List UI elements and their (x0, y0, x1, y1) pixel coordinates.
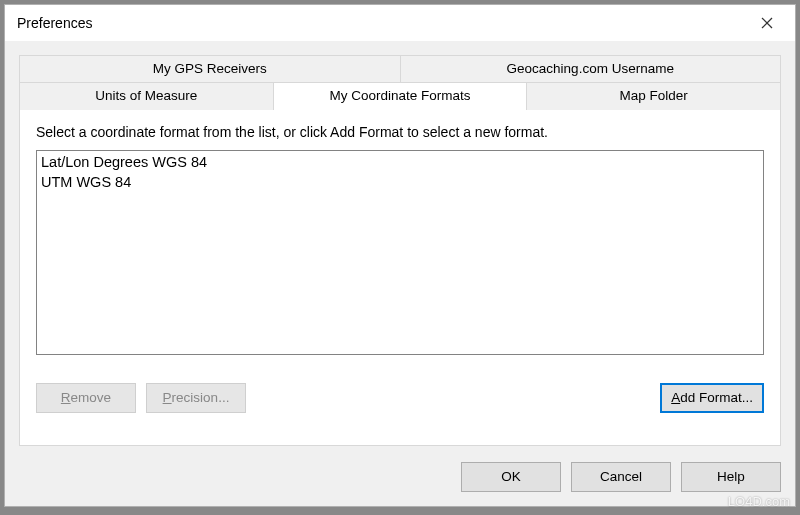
ok-button[interactable]: OK (461, 462, 561, 492)
panel-button-row: Remove Precision... Add Format... (36, 383, 764, 413)
tab-geocaching-username[interactable]: Geocaching.com Username (401, 55, 782, 83)
close-button[interactable] (747, 8, 787, 38)
tab-coordinate-formats[interactable]: My Coordinate Formats (274, 83, 528, 111)
preferences-window: Preferences My GPS Receivers Geocaching.… (4, 4, 796, 507)
coordinate-formats-panel: Select a coordinate format from the list… (19, 110, 781, 446)
watermark: LO4D.com (728, 494, 790, 509)
add-format-button[interactable]: Add Format... (660, 383, 764, 413)
titlebar: Preferences (5, 5, 795, 41)
tab-units-of-measure[interactable]: Units of Measure (19, 83, 274, 111)
list-item[interactable]: Lat/Lon Degrees WGS 84 (41, 152, 759, 172)
precision-button: Precision... (146, 383, 246, 413)
dialog-button-row: OK Cancel Help (461, 462, 781, 492)
tab-strip: My GPS Receivers Geocaching.com Username… (19, 55, 781, 111)
close-icon (761, 17, 773, 29)
list-item[interactable]: UTM WGS 84 (41, 172, 759, 192)
client-area: My GPS Receivers Geocaching.com Username… (5, 41, 795, 506)
window-title: Preferences (17, 15, 747, 31)
remove-button: Remove (36, 383, 136, 413)
help-button[interactable]: Help (681, 462, 781, 492)
formats-listbox[interactable]: Lat/Lon Degrees WGS 84 UTM WGS 84 (36, 150, 764, 355)
tab-map-folder[interactable]: Map Folder (527, 83, 781, 111)
instruction-text: Select a coordinate format from the list… (36, 124, 764, 140)
cancel-button[interactable]: Cancel (571, 462, 671, 492)
tab-gps-receivers[interactable]: My GPS Receivers (19, 55, 401, 83)
